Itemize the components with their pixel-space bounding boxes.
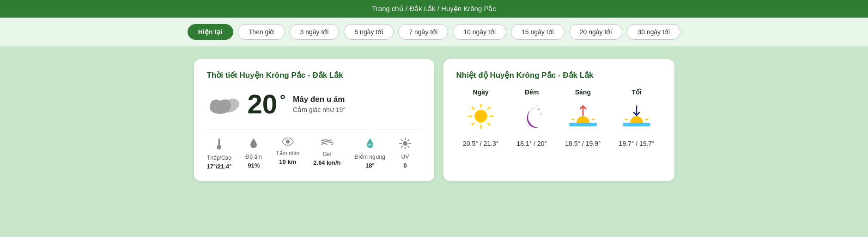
temperature-value: 20 — [248, 88, 278, 119]
nav-tabs: Hiện tại Theo giờ 3 ngày tới 5 ngày tới … — [0, 18, 868, 46]
current-weather-card: Thời tiết Huyện Krông Pắc - Đắk Lắk 20 ° — [194, 59, 434, 181]
sang-value: 18.5° / 19.9° — [565, 140, 601, 147]
sunrise-icon — [567, 102, 599, 133]
eye-icon — [282, 137, 294, 148]
top-bar: Trang chủ / Đắk Lắk / Huyện Krông Pắc — [0, 0, 868, 18]
moon-icon — [518, 102, 546, 133]
detail-diem-ngung: Điểm ngưng 18° — [355, 137, 385, 169]
temp-col-ngay: Ngày 20.5 — [463, 88, 498, 147]
toi-label: Tối — [632, 88, 642, 96]
detail-value-tam-nhin: 10 km — [279, 158, 296, 165]
svg-line-42 — [645, 119, 648, 120]
sun-icon — [467, 102, 495, 133]
svg-line-17 — [401, 146, 402, 148]
svg-line-15 — [408, 146, 409, 148]
svg-line-14 — [401, 140, 402, 141]
temp-col-toi: Tối — [619, 88, 655, 147]
weather-desc-main: Mây đen u ám — [293, 95, 346, 104]
svg-point-19 — [475, 111, 486, 122]
cloud-icon — [207, 91, 240, 117]
svg-point-30 — [536, 106, 537, 106]
svg-point-9 — [403, 141, 407, 146]
temperature-columns: Ngày 20.5 — [456, 88, 662, 147]
detail-value-do-am: 91% — [248, 162, 260, 169]
svg-line-41 — [625, 119, 628, 120]
detail-label-do-am: Độ ẩm — [245, 154, 262, 160]
svg-point-39 — [630, 116, 643, 129]
main-content: Thời tiết Huyện Krông Pắc - Đắk Lắk 20 ° — [0, 46, 868, 194]
temperature-card: Nhiệt độ Huyện Krông Pắc - Đắk Lắk Ngày — [443, 59, 674, 181]
tab-5-ngay[interactable]: 5 ngày tới — [344, 24, 394, 40]
card-divider — [207, 130, 421, 130]
svg-line-24 — [472, 107, 473, 109]
svg-rect-37 — [623, 123, 650, 126]
svg-line-27 — [472, 123, 473, 125]
detail-label-uv: UV — [401, 154, 409, 160]
detail-thap-cao: Thấp/Cao 17°/21.4° — [207, 137, 232, 170]
detail-value-thap-cao: 17°/21.4° — [207, 163, 232, 170]
svg-line-36 — [592, 119, 595, 120]
svg-point-8 — [286, 140, 290, 143]
uv-icon — [399, 137, 411, 152]
dem-value: 18.1° / 20° — [516, 140, 547, 147]
wind-icon — [321, 137, 334, 149]
tab-theo-gio[interactable]: Theo giờ — [238, 24, 285, 40]
ngay-value: 20.5° / 21.3° — [463, 140, 498, 147]
ngay-label: Ngày — [473, 88, 489, 96]
dem-label: Đêm — [525, 88, 539, 96]
svg-line-35 — [571, 119, 574, 120]
temperature-unit: ° — [280, 92, 285, 108]
detail-value-gio: 2.64 km/h — [313, 159, 340, 166]
temp-col-dem: Đêm 18.1° / 20° — [516, 88, 547, 147]
weather-description: Mây đen u ám Cảm giác như 19° — [293, 95, 346, 113]
detail-label-thap-cao: Thấp/Cao — [207, 155, 231, 161]
tab-3-ngay[interactable]: 3 ngày tới — [290, 24, 340, 40]
left-card-title: Thời tiết Huyện Krông Pắc - Đắk Lắk — [207, 70, 421, 80]
detail-tam-nhin: Tầm nhìn 10 km — [276, 137, 299, 165]
sunset-icon — [620, 102, 653, 133]
svg-point-28 — [538, 108, 540, 110]
thermometer-icon — [215, 137, 223, 153]
svg-point-4 — [218, 100, 231, 111]
tab-30-ngay[interactable]: 30 ngày tới — [627, 24, 680, 40]
svg-point-29 — [540, 113, 542, 115]
detail-value-diem-ngung: 18° — [365, 162, 375, 169]
temp-col-sang: Sáng — [565, 88, 601, 147]
current-weather-row: 20 ° Mây đen u ám Cảm giác như 19° — [207, 88, 421, 119]
svg-point-6 — [217, 145, 221, 150]
detail-label-tam-nhin: Tầm nhìn — [276, 150, 299, 156]
detail-value-uv: 0 — [403, 162, 407, 169]
svg-line-25 — [488, 123, 490, 125]
droplet-icon — [249, 137, 258, 152]
detail-do-am: Độ ẩm 91% — [245, 137, 262, 169]
svg-line-16 — [408, 140, 409, 141]
sang-label: Sáng — [575, 88, 591, 96]
tab-15-ngay[interactable]: 15 ngày tới — [511, 24, 565, 40]
svg-rect-7 — [219, 139, 219, 146]
tab-7-ngay[interactable]: 7 ngày tới — [398, 24, 448, 40]
dewpoint-icon — [365, 137, 375, 152]
weather-details-row: Thấp/Cao 17°/21.4° Độ ẩm 91% — [207, 137, 421, 170]
tab-hien-tai[interactable]: Hiện tại — [188, 24, 233, 40]
svg-point-33 — [577, 116, 589, 129]
detail-label-diem-ngung: Điểm ngưng — [355, 154, 385, 160]
breadcrumb: Trang chủ / Đắk Lắk / Huyện Krông Pắc — [0, 5, 868, 13]
right-card-title: Nhiệt độ Huyện Krông Pắc - Đắk Lắk — [456, 70, 662, 80]
detail-uv: UV 0 — [399, 137, 411, 169]
svg-line-26 — [488, 107, 490, 109]
tab-20-ngay[interactable]: 20 ngày tới — [569, 24, 623, 40]
toi-value: 19.7° / 19.7° — [619, 140, 655, 147]
detail-gio: Gió 2.64 km/h — [313, 137, 340, 166]
detail-label-gio: Gió — [323, 151, 332, 157]
weather-feels-like: Cảm giác như 19° — [293, 106, 346, 113]
tab-10-ngay[interactable]: 10 ngày tới — [453, 24, 506, 40]
svg-rect-31 — [569, 123, 597, 126]
